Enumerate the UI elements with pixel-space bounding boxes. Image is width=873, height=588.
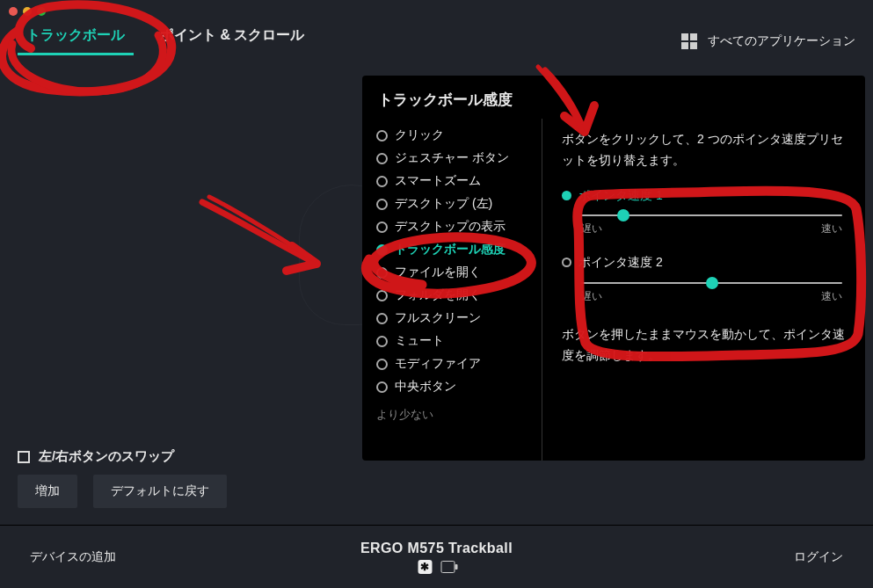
- grid-icon: [681, 33, 697, 49]
- swap-label: 左/右ボタンのスワップ: [39, 448, 174, 465]
- receiver-icon: ✱: [418, 560, 432, 574]
- settings-panel: トラックボール感度 クリックジェスチャー ボタンスマートズームデスクトップ (左…: [362, 76, 865, 461]
- action-item-label: フォルダを開く: [395, 287, 481, 303]
- device-name: ERGO M575 Trackball: [360, 541, 513, 556]
- action-item-8[interactable]: フルスクリーン: [375, 307, 536, 330]
- all-apps-button[interactable]: すべてのアプリケーション: [681, 33, 855, 49]
- radio-unselected-icon: [376, 381, 388, 393]
- radio-unselected-icon: [376, 336, 388, 347]
- action-list: クリックジェスチャー ボタンスマートズームデスクトップ (左)デスクトップの表示…: [362, 119, 542, 461]
- footer: デバイスの追加 ERGO M575 Trackball ✱ ログイン: [0, 525, 873, 588]
- action-item-label: トラックボール感度: [395, 242, 506, 258]
- minimize-dot-icon[interactable]: [23, 7, 32, 16]
- action-item-10[interactable]: モディファイア: [375, 352, 536, 375]
- radio-unselected-icon: [376, 176, 388, 187]
- reset-default-button[interactable]: デフォルトに戻す: [93, 475, 227, 508]
- zoom-dot-icon[interactable]: [37, 7, 46, 16]
- pointer-speed-1-option[interactable]: ポインタ速度 1: [562, 185, 846, 207]
- action-item-label: フルスクリーン: [395, 310, 481, 326]
- pointer-speed-1-label: ポインタ速度 1: [578, 185, 663, 207]
- login-button[interactable]: ログイン: [794, 549, 843, 565]
- radio-unselected-icon: [562, 258, 571, 267]
- slow-label: 遅い: [581, 287, 602, 305]
- action-item-4[interactable]: デスクトップの表示: [375, 215, 536, 238]
- radio-selected-icon: [562, 191, 571, 200]
- action-item-1[interactable]: ジェスチャー ボタン: [375, 147, 536, 170]
- radio-unselected-icon: [376, 130, 388, 142]
- radio-unselected-icon: [376, 267, 388, 279]
- pointer-speed-2-slider[interactable]: 遅い 速い: [581, 282, 842, 305]
- radio-unselected-icon: [376, 359, 388, 370]
- all-apps-label: すべてのアプリケーション: [708, 33, 855, 49]
- fast-label: 速い: [821, 287, 842, 305]
- battery-icon: [440, 561, 455, 573]
- action-item-label: デスクトップ (左): [395, 196, 492, 212]
- action-item-3[interactable]: デスクトップ (左): [375, 192, 536, 215]
- detail-pane: ボタンをクリックして、2 つのポインタ速度プリセットを切り替えます。 ポインタ速…: [542, 119, 865, 461]
- radio-unselected-icon: [376, 221, 388, 233]
- action-item-7[interactable]: フォルダを開く: [375, 284, 536, 307]
- radio-unselected-icon: [376, 199, 388, 210]
- swap-buttons-checkbox[interactable]: 左/右ボタンのスワップ: [18, 448, 174, 465]
- close-dot-icon[interactable]: [9, 7, 18, 16]
- add-device-button[interactable]: デバイスの追加: [30, 549, 116, 565]
- action-item-9[interactable]: ミュート: [375, 330, 536, 352]
- action-item-label: 中央ボタン: [395, 379, 456, 395]
- panel-title: トラックボール感度: [362, 76, 865, 119]
- action-item-label: ファイルを開く: [395, 265, 481, 280]
- action-item-2[interactable]: スマートズーム: [375, 170, 536, 192]
- action-item-label: クリック: [395, 127, 444, 143]
- tab-point-scroll[interactable]: ポイント & スクロール: [160, 26, 304, 55]
- radio-unselected-icon: [376, 153, 388, 164]
- slow-label: 遅い: [581, 220, 602, 237]
- pointer-speed-2-option[interactable]: ポインタ速度 2: [562, 252, 846, 273]
- action-item-6[interactable]: ファイルを開く: [375, 261, 536, 284]
- radio-unselected-icon: [376, 290, 388, 301]
- detail-intro: ボタンをクリックして、2 つのポインタ速度プリセットを切り替えます。: [562, 129, 846, 171]
- action-item-5[interactable]: トラックボール感度: [375, 238, 536, 261]
- fast-label: 速い: [821, 220, 842, 237]
- radio-selected-icon: [376, 244, 388, 256]
- detail-note: ボタンを押したままマウスを動かして、ポインタ速度を調節します。: [562, 324, 846, 367]
- action-item-11[interactable]: 中央ボタン: [375, 375, 536, 398]
- action-item-label: デスクトップの表示: [395, 219, 506, 235]
- action-item-label: ミュート: [395, 333, 444, 349]
- pointer-speed-1-slider[interactable]: 遅い 速い: [581, 214, 842, 237]
- action-item-label: スマートズーム: [395, 173, 481, 189]
- action-item-label: ジェスチャー ボタン: [395, 150, 509, 166]
- tab-trackball[interactable]: トラックボール: [26, 26, 125, 55]
- window-traffic-lights: [9, 7, 46, 16]
- radio-unselected-icon: [376, 313, 388, 324]
- add-button[interactable]: 増加: [18, 475, 77, 508]
- action-item-0[interactable]: クリック: [375, 124, 536, 147]
- pointer-speed-2-label: ポインタ速度 2: [578, 252, 663, 273]
- show-less-link[interactable]: より少ない: [375, 398, 536, 426]
- checkbox-icon: [18, 451, 30, 463]
- action-item-label: モディファイア: [395, 356, 481, 372]
